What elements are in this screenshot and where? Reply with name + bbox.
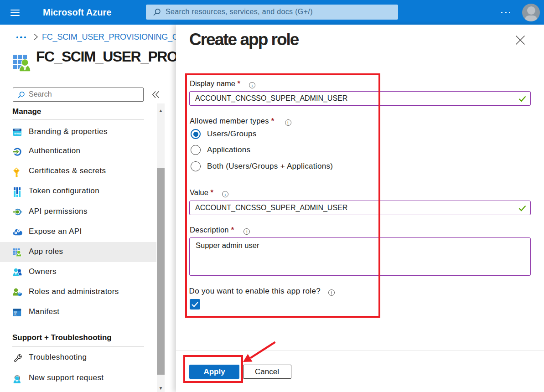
svg-text:{ }: { } (14, 312, 17, 315)
svg-text:WWW: WWW (14, 132, 21, 134)
